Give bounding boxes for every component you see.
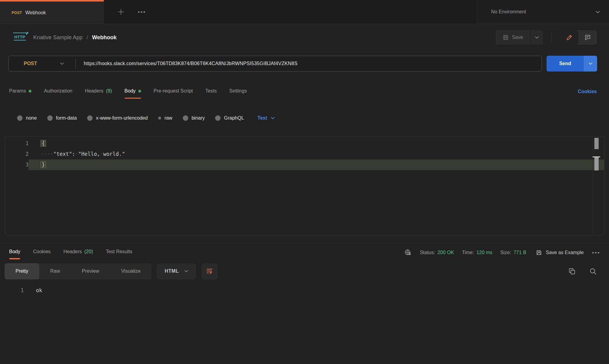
body-dot xyxy=(138,90,141,93)
save-as-example-button[interactable]: Save as Example xyxy=(536,250,584,256)
editor-scrollbar[interactable] xyxy=(593,136,600,235)
code-text: } xyxy=(29,159,604,170)
body-type-x-www-form-urlencoded[interactable]: x-www-form-urlencoded xyxy=(87,115,148,121)
network-info-icon[interactable] xyxy=(404,249,412,257)
response-headers-count: (20) xyxy=(84,249,93,254)
http-request-icon: HTTP xyxy=(14,35,26,40)
tab-more-icon[interactable] xyxy=(138,11,145,13)
tab-tests[interactable]: Tests xyxy=(205,85,217,99)
save-button[interactable]: Save xyxy=(496,30,530,45)
response-tab-cookies[interactable]: Cookies xyxy=(33,246,51,259)
divider xyxy=(551,32,552,43)
environment-label: No Environment xyxy=(491,9,526,15)
response-tab-test-results[interactable]: Test Results xyxy=(106,246,132,259)
params-dot xyxy=(29,90,31,93)
response-section: Body Cookies Headers(20) Test Results St… xyxy=(0,243,609,295)
code-text: ····"text":·"Hello,·world." xyxy=(29,149,604,159)
radio-icon xyxy=(215,115,221,121)
request-body-editor[interactable]: 1 { 2 ····"text":·"Hello,·world." 3 } xyxy=(5,136,604,235)
chevron-down-icon xyxy=(596,11,600,13)
scrollbar-mark xyxy=(594,157,599,170)
save-options-button[interactable] xyxy=(531,30,543,45)
editor-line[interactable]: 2 ····"text":·"Hello,·world." xyxy=(5,149,604,159)
raw-language-selector[interactable]: Text xyxy=(257,115,275,121)
search-icon[interactable] xyxy=(589,268,597,275)
tab-authorization[interactable]: Authorization xyxy=(44,85,72,99)
url-bar: POST https://hooks.slack.com/services/T0… xyxy=(8,56,542,72)
radio-icon xyxy=(87,115,93,121)
response-tools xyxy=(568,268,597,275)
send-options-button[interactable] xyxy=(584,56,597,72)
tab-params[interactable]: Params xyxy=(9,85,31,99)
cookies-link[interactable]: Cookies xyxy=(578,89,597,94)
radio-icon xyxy=(47,115,53,121)
size-info: Size: 771 B xyxy=(500,250,526,255)
size-label: Size: xyxy=(500,250,511,255)
tab-title: Webhook xyxy=(25,10,46,16)
tab-actions xyxy=(104,0,477,24)
line-number: 2 xyxy=(5,149,29,159)
body-type-graphql[interactable]: GraphQL xyxy=(215,115,244,121)
line-number: 3 xyxy=(5,159,29,170)
tab-headers[interactable]: Headers(9) xyxy=(85,85,112,99)
response-meta: Status: 200 OK Time: 120 ms Size: 771 B … xyxy=(404,249,599,257)
request-tab[interactable]: POST Webhook xyxy=(0,0,104,24)
method-selector[interactable]: POST xyxy=(9,56,76,71)
body-type-raw[interactable]: raw xyxy=(158,115,172,121)
request-header: HTTP Knative Sample App / Webhook Save xyxy=(0,24,609,51)
tab-body[interactable]: Body xyxy=(125,85,141,99)
response-header: Body Cookies Headers(20) Test Results St… xyxy=(0,244,609,261)
environment-selector[interactable]: No Environment xyxy=(477,0,609,24)
view-visualize[interactable]: Visualize xyxy=(110,263,152,279)
radio-icon xyxy=(183,115,188,121)
header-actions: Save xyxy=(496,30,597,45)
status-value: 200 OK xyxy=(437,250,454,255)
format-selector[interactable]: HTML xyxy=(157,263,196,279)
line-number: 1 xyxy=(0,286,24,295)
size-value: 771 B xyxy=(514,250,526,255)
breadcrumb-separator: / xyxy=(87,34,88,41)
save-split-button: Save xyxy=(496,30,543,45)
response-tab-body[interactable]: Body xyxy=(9,246,20,259)
code-text: { xyxy=(29,138,604,149)
editor-line-current[interactable]: 3 } xyxy=(5,159,604,170)
tab-bar: POST Webhook No Environment xyxy=(0,0,609,24)
breadcrumb-request-name[interactable]: Webhook xyxy=(92,34,117,41)
comments-button[interactable] xyxy=(579,30,597,45)
edit-mode-button[interactable] xyxy=(560,30,579,45)
comment-icon xyxy=(584,34,591,41)
wrap-lines-button[interactable] xyxy=(201,263,218,279)
send-split-button: Send xyxy=(547,56,597,72)
body-type-form-data[interactable]: form-data xyxy=(47,115,77,121)
radio-selected-icon xyxy=(158,117,161,120)
status-info: Status: 200 OK xyxy=(420,250,454,255)
view-pretty[interactable]: Pretty xyxy=(5,263,39,279)
copy-icon[interactable] xyxy=(568,268,576,275)
new-tab-button[interactable] xyxy=(117,8,125,16)
save-icon xyxy=(536,250,542,256)
url-input[interactable]: https://hooks.slack.com/services/T06TD83… xyxy=(76,61,298,66)
response-more-icon[interactable] xyxy=(592,252,599,254)
raw-language-label: Text xyxy=(257,115,267,121)
postman-app: { "colors": { "accent_orange": "#ED6B3D"… xyxy=(0,0,609,364)
body-type-row: none form-data x-www-form-urlencoded raw… xyxy=(0,107,609,129)
body-type-binary[interactable]: binary xyxy=(183,115,205,121)
response-tab-headers[interactable]: Headers(20) xyxy=(63,246,93,259)
editor-line[interactable]: 1 { xyxy=(5,138,604,149)
view-raw[interactable]: Raw xyxy=(39,263,71,279)
view-preview[interactable]: Preview xyxy=(71,263,110,279)
wrap-text-icon xyxy=(206,268,213,275)
breadcrumb-collection[interactable]: Knative Sample App xyxy=(33,34,83,41)
send-button[interactable]: Send xyxy=(547,56,584,72)
body-type-none[interactable]: none xyxy=(17,115,37,121)
response-body[interactable]: 1 ok xyxy=(0,281,609,295)
line-number: 1 xyxy=(5,138,29,149)
tab-settings[interactable]: Settings xyxy=(229,85,247,99)
save-button-label: Save xyxy=(512,35,523,40)
scrollbar-mark xyxy=(594,138,599,149)
save-icon xyxy=(503,34,509,40)
response-toolbar: Pretty Raw Preview Visualize HTML xyxy=(0,261,609,281)
tab-method-badge: POST xyxy=(12,11,22,15)
tab-pre-request-script[interactable]: Pre-request Script xyxy=(154,85,193,99)
headers-count: (9) xyxy=(106,88,112,94)
